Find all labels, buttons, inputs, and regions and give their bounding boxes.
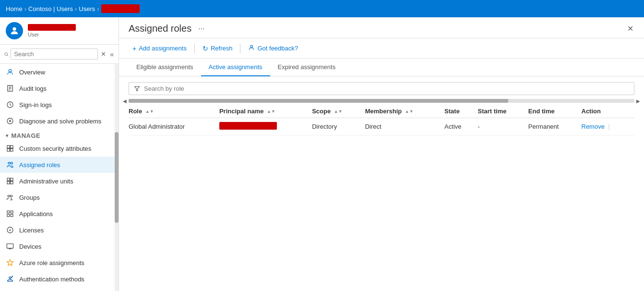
- toolbar-divider-1: [194, 44, 195, 53]
- sidebar-item-licenses[interactable]: Licenses: [0, 222, 115, 238]
- tab-active[interactable]: Active assignments: [201, 59, 270, 76]
- signin-logs-label: Sign-in logs: [19, 101, 52, 109]
- svg-point-0: [12, 27, 16, 31]
- tab-eligible[interactable]: Eligible assignments: [129, 59, 201, 76]
- sidebar-item-signin-logs[interactable]: Sign-in logs: [0, 97, 115, 113]
- sidebar-item-applications[interactable]: Applications: [0, 206, 115, 222]
- svg-point-23: [11, 195, 12, 197]
- table-row: Global Administrator Directory Direct Ac…: [129, 118, 634, 135]
- azure-roles-label: Azure role assignments: [19, 259, 84, 267]
- sidebar-item-audit-logs[interactable]: Audit logs: [0, 80, 115, 97]
- sidebar-item-azure-roles[interactable]: Azure role assignments: [0, 255, 115, 271]
- svg-point-34: [250, 45, 253, 48]
- sidebar-scrollbar-thumb: [115, 132, 119, 223]
- horizontal-scrollbar-thumb: [129, 99, 508, 103]
- svg-point-22: [8, 195, 10, 197]
- groups-label: Groups: [19, 194, 40, 201]
- filter-icon: [134, 85, 140, 92]
- cell-scope: Directory: [312, 118, 365, 135]
- licenses-icon: [6, 226, 14, 234]
- search-icon: [4, 51, 9, 58]
- search-input[interactable]: [11, 48, 98, 60]
- breadcrumb-user-redacted: [101, 4, 140, 13]
- assigned-roles-label: Assigned roles: [19, 161, 60, 169]
- top-navigation-bar: Home › Contoso | Users › Users ›: [0, 0, 644, 17]
- person-icon: [9, 25, 20, 36]
- azure-roles-icon: [6, 258, 14, 267]
- clear-search-button[interactable]: ✕: [100, 49, 107, 59]
- svg-rect-24: [7, 211, 10, 213]
- assignments-tabs: Eligible assignments Active assignments …: [119, 59, 644, 76]
- sidebar-item-assigned-roles[interactable]: Assigned roles: [0, 157, 115, 173]
- principal-sort-icon[interactable]: ▲▼: [267, 109, 275, 114]
- assignments-table: Role ▲▼ Principal name ▲▼ Scope ▲▼ Mem: [129, 105, 634, 135]
- sidebar-scrollbar[interactable]: [115, 64, 119, 291]
- svg-rect-29: [7, 244, 13, 248]
- col-state: State: [444, 105, 477, 118]
- sidebar-item-diagnose[interactable]: Diagnose and solve problems: [0, 113, 115, 129]
- devices-icon: [6, 242, 14, 251]
- sidebar-item-devices[interactable]: Devices: [0, 238, 115, 255]
- toolbar-divider-2: [240, 44, 240, 53]
- col-membership: Membership ▲▼: [365, 105, 444, 118]
- collapse-sidebar-button[interactable]: «: [109, 49, 115, 59]
- sidebar-item-admin-units[interactable]: Administrative units: [0, 173, 115, 189]
- audit-logs-icon: [6, 84, 14, 93]
- groups-icon: [6, 193, 14, 202]
- refresh-icon: ↻: [203, 45, 208, 52]
- refresh-button[interactable]: ↻ Refresh: [199, 43, 237, 54]
- svg-rect-19: [11, 178, 13, 181]
- title-row: Assigned roles ···: [129, 23, 208, 34]
- sidebar-item-overview[interactable]: Overview: [0, 64, 115, 80]
- toolbar: + Add assignments ↻ Refresh Got feedback…: [119, 38, 644, 59]
- breadcrumb-home[interactable]: Home: [6, 5, 23, 12]
- user-name-redacted: [28, 24, 76, 31]
- content-header: Assigned roles ··· ✕: [119, 17, 644, 38]
- sidebar-item-auth-methods[interactable]: Authentication methods: [0, 271, 115, 287]
- svg-rect-13: [11, 146, 13, 148]
- horizontal-scrollbar-track[interactable]: [129, 99, 634, 103]
- svg-rect-27: [11, 214, 13, 217]
- admin-units-label: Administrative units: [19, 178, 73, 185]
- sidebar-manage-section: ▾ Manage: [0, 129, 115, 140]
- role-search-input[interactable]: [144, 85, 629, 92]
- col-principal: Principal name ▲▼: [219, 105, 312, 118]
- auth-methods-icon: [6, 275, 14, 283]
- col-scope: Scope ▲▼: [312, 105, 365, 118]
- cell-action: Remove |: [582, 118, 635, 135]
- role-sort-icon[interactable]: ▲▼: [145, 109, 154, 114]
- cell-role: Global Administrator: [129, 118, 219, 135]
- svg-rect-12: [7, 146, 10, 148]
- col-start-time: Start time: [478, 105, 528, 118]
- role-search-bar: [129, 82, 634, 95]
- cell-state: Active: [444, 118, 477, 135]
- add-assignments-button[interactable]: + Add assignments: [129, 43, 191, 54]
- tab-expired[interactable]: Expired assignments: [270, 59, 344, 76]
- scope-sort-icon[interactable]: ▲▼: [334, 109, 343, 114]
- user-role-label: User: [28, 32, 76, 37]
- sidebar-item-groups[interactable]: Groups: [0, 189, 115, 206]
- devices-label: Devices: [19, 243, 41, 250]
- add-icon: +: [132, 45, 136, 52]
- scroll-left-button[interactable]: ◀: [122, 98, 128, 104]
- feedback-button[interactable]: Got feedback?: [244, 42, 302, 54]
- sidebar-item-custom-security[interactable]: Custom security attributes: [0, 140, 115, 157]
- breadcrumb-contoso[interactable]: Contoso | Users: [28, 5, 73, 12]
- overview-label: Overview: [19, 69, 45, 76]
- remove-link[interactable]: Remove: [582, 123, 605, 130]
- audit-logs-label: Audit logs: [19, 85, 47, 92]
- sidebar-nav: Overview Audit logs: [0, 64, 115, 291]
- svg-rect-18: [7, 178, 10, 181]
- more-options-button[interactable]: ···: [195, 24, 207, 34]
- close-button[interactable]: ✕: [626, 23, 634, 34]
- membership-sort-icon[interactable]: ▲▼: [405, 109, 414, 114]
- scroll-right-button[interactable]: ▶: [635, 98, 641, 104]
- diagnose-label: Diagnose and solve problems: [19, 118, 101, 125]
- svg-rect-20: [7, 182, 10, 184]
- breadcrumb: Home › Contoso | Users › Users ›: [6, 4, 140, 13]
- user-info: User: [28, 24, 76, 37]
- breadcrumb-users[interactable]: Users: [79, 5, 95, 12]
- signin-logs-icon: [6, 100, 14, 109]
- admin-units-icon: [6, 177, 14, 185]
- svg-rect-14: [7, 149, 10, 151]
